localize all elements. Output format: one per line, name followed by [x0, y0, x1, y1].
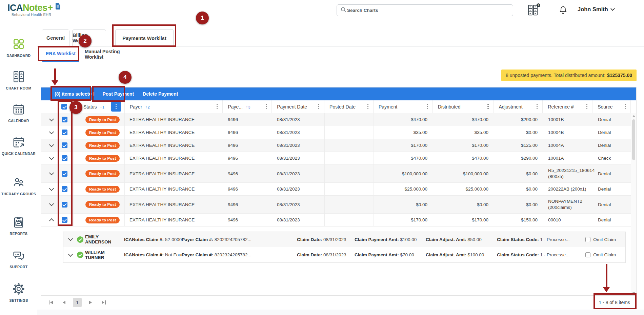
first-page-button[interactable]: [46, 298, 55, 307]
column-header-source[interactable]: Source: [592, 100, 631, 113]
adjustment-cell: $125.00: [494, 139, 543, 152]
settings-gear-icon: [13, 283, 25, 295]
claim-payment-amt: Claim Payment Amt: $70.00: [355, 252, 426, 257]
top-bar: ICANotes+ Behavioral Health EHR +: [0, 0, 644, 20]
column-header-posted-date[interactable]: Posted Date: [324, 100, 374, 113]
sidebar-item-chart-room[interactable]: CHART ROOM: [0, 71, 37, 91]
column-header-payer-id[interactable]: Paye... ↑3: [223, 100, 272, 113]
icanotes-app: ICANotes+ Behavioral Health EHR +: [0, 0, 644, 315]
column-menu-icon[interactable]: [586, 104, 587, 109]
adjustment-cell: $0.00: [494, 196, 543, 213]
select-all-checkbox[interactable]: [61, 104, 67, 110]
column-header-payment-date[interactable]: Payment Date: [272, 100, 324, 113]
scroll-down-icon[interactable]: [632, 292, 635, 294]
post-payment-button[interactable]: Post Payment: [103, 91, 134, 97]
column-menu-icon[interactable]: [217, 104, 218, 109]
distributed-cell: $170.00: [433, 139, 494, 152]
adjustment-cell: $290.00: [494, 152, 543, 164]
distributed-cell: -$470.00: [433, 113, 494, 126]
chevron-down-icon[interactable]: [49, 218, 54, 223]
payer-id-cell: 9496: [223, 183, 272, 195]
status-badge: Ready to Post: [85, 217, 120, 223]
omit-claim-checkbox[interactable]: [585, 237, 590, 242]
patient-name: EMILY ANDERSON: [85, 234, 124, 244]
checkbox-cell: [55, 183, 74, 195]
column-menu-icon[interactable]: [367, 104, 368, 109]
chevron-down-icon[interactable]: [49, 155, 54, 160]
tab-payments-worklist[interactable]: Payments Worklist: [115, 29, 174, 47]
chevron-down-icon[interactable]: [68, 236, 73, 241]
column-header-payer[interactable]: Payer ↑2: [125, 100, 223, 113]
column-header-payment[interactable]: Payment: [374, 100, 433, 113]
payment-row: Ready to Post EXTRA HEALTHY INSURANCE 94…: [41, 152, 631, 165]
calendar-icon: [13, 103, 25, 115]
adjustment-cell: $150.00: [494, 214, 543, 226]
checkbox-cell: [55, 139, 74, 152]
column-menu-icon[interactable]: [427, 104, 428, 109]
column-menu-icon[interactable]: [625, 104, 626, 109]
sidebar-item-calendar[interactable]: CALENDAR: [0, 103, 37, 123]
sidebar-item-dashboard[interactable]: DASHBOARD: [0, 38, 37, 58]
grid-pager: 1 1 - 8 of 8 items: [41, 295, 636, 309]
tab-billing-worklist[interactable]: Billing Worklist: [72, 29, 106, 46]
subtab-era-worklist[interactable]: ERA Worklist: [42, 46, 79, 62]
payment-date-cell: 08/31/2023: [272, 214, 325, 226]
sidebar-item-support[interactable]: SUPPORT: [0, 249, 37, 270]
scrollbar-thumb[interactable]: [632, 119, 635, 160]
chevron-down-icon[interactable]: [49, 171, 54, 175]
column-header-adjustment[interactable]: Adjustment: [494, 100, 543, 113]
row-checkbox[interactable]: [62, 130, 67, 135]
column-header-distributed[interactable]: Distributed: [433, 100, 494, 113]
page-number-button[interactable]: 1: [73, 298, 82, 307]
chevron-down-icon[interactable]: [68, 252, 73, 256]
chevron-down-icon[interactable]: [49, 129, 54, 134]
chevron-down-icon[interactable]: [49, 142, 54, 147]
sidebar-item-settings[interactable]: SETTINGS: [0, 283, 37, 303]
chevron-down-icon[interactable]: [49, 186, 54, 191]
chevron-down-icon[interactable]: [49, 201, 54, 206]
row-checkbox[interactable]: [62, 217, 67, 223]
search-charts-box[interactable]: [337, 4, 513, 16]
scroll-up-icon[interactable]: [632, 115, 635, 117]
column-header-status[interactable]: Status ↓1: [74, 100, 125, 113]
column-menu-icon[interactable]: [318, 104, 319, 109]
payment-row: Ready to Post EXTRA HEALTHY INSURANCE 94…: [41, 196, 631, 214]
last-page-button[interactable]: [99, 298, 108, 307]
payment-date-cell: 08/31/2023: [272, 126, 325, 139]
column-menu-icon[interactable]: [487, 104, 488, 109]
vertical-scrollbar[interactable]: [631, 113, 636, 296]
row-checkbox[interactable]: [62, 171, 67, 177]
icanotes-claim: ICANotes Claim #: 52-0000000002...: [124, 237, 182, 242]
search-input[interactable]: [347, 8, 509, 13]
notifications-bell-button[interactable]: [559, 5, 568, 16]
previous-page-button[interactable]: [60, 298, 68, 307]
next-page-button[interactable]: [86, 298, 95, 307]
row-checkbox[interactable]: [62, 142, 67, 148]
column-header-reference[interactable]: Reference #: [543, 100, 592, 113]
expanded-claims-section: EMILY ANDERSON ICANotes Claim #: 52-0000…: [41, 227, 636, 263]
sidebar-item-reports[interactable]: REPORTS: [0, 216, 37, 236]
column-menu-button[interactable]: [111, 102, 121, 112]
checkbox-cell: [55, 113, 74, 126]
chevron-down-icon[interactable]: [49, 116, 54, 121]
user-menu[interactable]: John Smith: [578, 6, 614, 13]
sort-indicator: ↑2: [145, 104, 149, 109]
tab-general[interactable]: General: [42, 29, 69, 46]
row-checkbox[interactable]: [62, 186, 67, 192]
omit-claim-checkbox[interactable]: [585, 252, 590, 257]
delete-payment-button[interactable]: Delete Payment: [143, 91, 178, 97]
source-cell: Denial: [593, 126, 631, 139]
checkbox-cell: [55, 165, 74, 182]
row-checkbox[interactable]: [62, 202, 67, 208]
chart-cabinet-button[interactable]: +: [527, 4, 540, 17]
column-menu-icon[interactable]: [537, 104, 538, 109]
row-checkbox[interactable]: [62, 155, 67, 161]
sidebar-item-quick-calendar[interactable]: QUICK CALENDAR: [0, 136, 37, 156]
document-icon: [54, 2, 62, 13]
payment-cell: $0.00: [374, 196, 433, 213]
posted-date-cell: [325, 196, 374, 213]
sidebar-item-therapy-groups[interactable]: THERAPY GROUPS: [0, 176, 37, 197]
column-menu-icon[interactable]: [266, 104, 267, 109]
row-checkbox[interactable]: [62, 117, 67, 122]
subtab-manual-posting-worklist[interactable]: Manual Posting Worklist: [85, 46, 136, 62]
